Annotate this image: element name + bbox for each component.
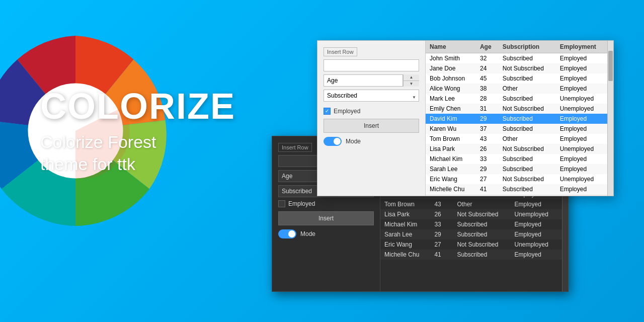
light-age-wrap: ▲ ▼ [324, 74, 419, 87]
light-table-row[interactable]: Michelle Chu 41 Subscribed Employed [426, 184, 607, 194]
light-table-row[interactable]: Eric Wang 27 Not Subscribed Unemployed [426, 174, 607, 184]
light-cell-age: 32 [476, 53, 499, 64]
light-table-row[interactable]: Michael Kim 33 Subscribed Employed [426, 154, 607, 164]
light-cell-employment: Employed [556, 124, 607, 134]
light-employed-row: Employed [324, 108, 419, 115]
light-cell-employment: Employed [556, 164, 607, 174]
dark-cell-name: Eric Wang [380, 239, 430, 250]
light-mode-toggle[interactable] [324, 137, 342, 146]
light-cell-age: 38 [476, 84, 499, 94]
light-table-scroll[interactable]: Name Age Subscription Employment John Sm… [426, 41, 607, 196]
light-table-body: John Smith 32 Subscribed Employed Jane D… [426, 53, 607, 195]
light-insert-button[interactable]: Insert [324, 119, 419, 133]
light-cell-employment: Employed [556, 53, 607, 64]
dark-mode-toggle[interactable] [278, 229, 296, 238]
dark-table-row[interactable]: Tom Brown 43 Other Employed [380, 199, 562, 209]
light-employed-checkbox[interactable] [324, 108, 331, 115]
light-table-row[interactable]: Bob Johnson 45 Subscribed Employed [426, 73, 607, 84]
light-insert-row-label: Insert Row [324, 47, 357, 56]
light-age-arrows: ▲ ▼ [403, 74, 419, 87]
light-cell-name: Tom Brown [426, 134, 476, 144]
light-age-input[interactable] [324, 74, 403, 87]
light-table-row[interactable]: John Smith 32 Subscribed Employed [426, 53, 607, 64]
light-cell-age: 43 [476, 134, 499, 144]
light-cell-age: 37 [476, 124, 499, 134]
light-cell-employment: Employed [556, 134, 607, 144]
light-table-row[interactable]: Sarah Lee 29 Subscribed Employed [426, 164, 607, 174]
light-cell-name: Karen Wu [426, 124, 476, 134]
light-table-row[interactable]: Karen Wu 37 Subscribed Employed [426, 124, 607, 134]
light-table-row[interactable]: Tom Brown 43 Other Employed [426, 134, 607, 144]
dark-cell-employment: Employed [511, 199, 562, 209]
light-cell-name: Lisa Park [426, 144, 476, 154]
light-table-row[interactable]: Mark Lee 28 Subscribed Unemployed [426, 94, 607, 104]
light-col-employment: Employment [556, 41, 607, 53]
light-cell-employment: Unemployed [556, 94, 607, 104]
dark-table-row[interactable]: Michelle Chu 41 Subscribed Employed [380, 250, 562, 260]
light-cell-subscription: Subscribed [499, 94, 556, 104]
light-cell-name: Michelle Chu [426, 184, 476, 194]
light-cell-subscription: Subscribed [499, 164, 556, 174]
light-table-row[interactable]: Emily Chen 31 Not Subscribed Unemployed [426, 104, 607, 114]
light-cell-name: Emily Chen [426, 104, 476, 114]
light-name-input[interactable] [324, 59, 419, 71]
dark-mode-row: Mode [278, 229, 374, 238]
dark-table-row[interactable]: Michael Kim 33 Subscribed Employed [380, 219, 562, 229]
light-age-down-arrow[interactable]: ▼ [404, 81, 419, 87]
light-scrollbar[interactable] [607, 41, 613, 196]
app-subtitle: Colorize Forest theme for ttk [40, 131, 235, 175]
dark-cell-name: Sarah Lee [380, 229, 430, 239]
light-cell-age: 45 [476, 73, 499, 84]
dark-cell-subscription: Not Subscribed [453, 209, 510, 219]
light-cell-subscription: Other [499, 134, 556, 144]
subtitle-line1: Colorize Forest [40, 132, 156, 151]
dark-insert-button[interactable]: Insert [278, 211, 374, 225]
light-cell-subscription: Subscribed [499, 124, 556, 134]
light-cell-subscription: Subscribed [499, 73, 556, 84]
light-cell-subscription: Not Subscribed [499, 63, 556, 73]
light-cell-employment: Employed [556, 84, 607, 94]
light-cell-age: 26 [476, 144, 499, 154]
light-table-row[interactable]: Lisa Park 26 Not Subscribed Unemployed [426, 144, 607, 154]
light-employed-label: Employed [334, 108, 360, 115]
dark-cell-age: 26 [430, 209, 453, 219]
light-cell-subscription: Subscribed [499, 184, 556, 194]
dark-table-row[interactable]: Lisa Park 26 Not Subscribed Unemployed [380, 209, 562, 219]
dark-employed-checkbox[interactable] [278, 200, 285, 207]
light-cell-name: Mark Lee [426, 94, 476, 104]
dark-cell-subscription: Subscribed [453, 250, 510, 260]
light-table-row[interactable]: David Kim 29 Subscribed Employed [426, 114, 607, 124]
light-cell-age: 41 [476, 184, 499, 194]
dark-mode-label: Mode [300, 230, 315, 237]
light-table-row[interactable]: Jane Doe 24 Not Subscribed Employed [426, 63, 607, 73]
app-title: COLORIZE [40, 86, 235, 127]
dark-cell-employment: Unemployed [511, 209, 562, 219]
light-cell-name: Sarah Lee [426, 164, 476, 174]
dark-cell-employment: Employed [511, 250, 562, 260]
light-cell-name: Bob Johnson [426, 73, 476, 84]
light-cell-age: 31 [476, 104, 499, 114]
light-cell-employment: Employed [556, 184, 607, 194]
light-mode-row: Mode [324, 137, 419, 146]
dark-cell-subscription: Not Subscribed [453, 239, 510, 250]
dark-cell-name: Michelle Chu [380, 250, 430, 260]
dark-table-row[interactable]: Sarah Lee 29 Subscribed Employed [380, 229, 562, 239]
light-cell-subscription: Not Subscribed [499, 104, 556, 114]
light-cell-employment: Unemployed [556, 104, 607, 114]
dark-cell-name: Michael Kim [380, 219, 430, 229]
dark-table-row[interactable]: Eric Wang 27 Not Subscribed Unemployed [380, 239, 562, 250]
dark-cell-age: 41 [430, 250, 453, 260]
light-age-up-arrow[interactable]: ▲ [404, 74, 419, 81]
light-cell-employment: Employed [556, 63, 607, 73]
light-scrollbar-thumb [608, 51, 613, 81]
dark-employed-label: Employed [288, 200, 315, 207]
light-col-subscription: Subscription [499, 41, 556, 53]
light-cell-age: 24 [476, 63, 499, 73]
light-subscription-select[interactable]: Subscribed Not Subscribed Other [324, 90, 419, 102]
light-table-row[interactable]: Alice Wong 38 Other Employed [426, 84, 607, 94]
light-subscription-wrap: Subscribed Not Subscribed Other [324, 90, 419, 105]
light-mode-label: Mode [346, 138, 361, 145]
dark-employed-row: Employed [278, 200, 374, 207]
light-cell-employment: Employed [556, 73, 607, 84]
light-cell-subscription: Subscribed [499, 154, 556, 164]
